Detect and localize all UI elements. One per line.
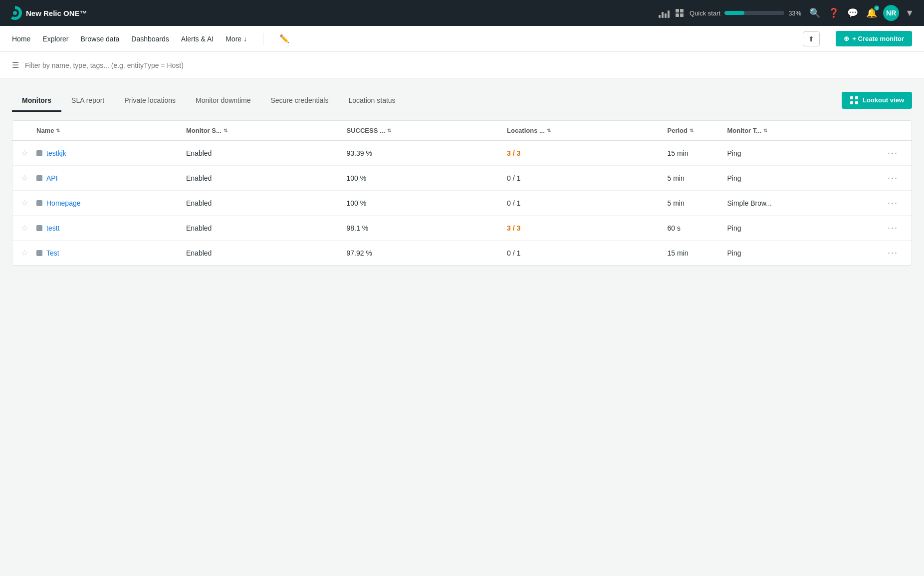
monitor-status-test: Enabled [186, 249, 347, 257]
success-api: 100 % [347, 174, 507, 182]
monitors-table: Name ⇅ Monitor S... ⇅ SUCCESS ... ⇅ Loca… [12, 120, 912, 266]
tabs-row: Monitors SLA report Private locations Mo… [12, 90, 912, 112]
favorite-star-testkjk[interactable]: ☆ [12, 148, 36, 158]
type-homepage: Simple Brow... [727, 199, 888, 207]
filter-bar: ☰ [0, 52, 924, 78]
sort-success-icon: ⇅ [387, 128, 391, 133]
status-dot-homepage [36, 200, 42, 206]
tabs: Monitors SLA report Private locations Mo… [12, 90, 842, 112]
col-period[interactable]: Period ⇅ [668, 127, 727, 134]
sort-locations-icon: ⇅ [547, 128, 551, 133]
table-row: ☆ Homepage Enabled 100 % 0 / 1 5 min Sim… [12, 191, 912, 216]
tab-location-status[interactable]: Location status [338, 90, 405, 112]
nav-dashboards[interactable]: Dashboards [131, 33, 169, 45]
tab-secure-credentials[interactable]: Secure credentials [260, 90, 338, 112]
share-button[interactable]: ⬆ [803, 31, 820, 46]
top-bar: New Relic ONE™ Quick start 33% 🔍 ❓ 💬 🔔 3… [0, 0, 924, 26]
nav-more[interactable]: More ↓ [226, 33, 247, 45]
svg-rect-0 [850, 96, 853, 99]
col-name[interactable]: Name ⇅ [36, 127, 186, 134]
type-api: Ping [727, 174, 888, 182]
more-menu-homepage[interactable]: ··· [888, 198, 912, 208]
col-monitor-status[interactable]: Monitor S... ⇅ [186, 127, 347, 134]
svg-rect-1 [855, 96, 858, 99]
create-monitor-button[interactable]: ⊕ + Create monitor [836, 31, 912, 46]
grid-view-icon[interactable] [676, 9, 684, 17]
tab-private-locations[interactable]: Private locations [114, 90, 186, 112]
sort-period-icon: ⇅ [690, 128, 693, 133]
col-locations[interactable]: Locations ... ⇅ [507, 127, 668, 134]
plus-icon: ⊕ [844, 35, 849, 42]
chevron-down-icon: ↓ [243, 35, 247, 43]
nav-browse-data[interactable]: Browse data [81, 33, 120, 45]
expand-icon[interactable]: ▼ [903, 6, 916, 20]
status-dot-testkjk [36, 150, 42, 156]
more-menu-api[interactable]: ··· [888, 173, 912, 183]
logo-icon [8, 6, 22, 20]
locations-test: 0 / 1 [507, 249, 668, 257]
monitor-name-testt[interactable]: testt [36, 224, 186, 232]
table-row: ☆ Test Enabled 97.92 % 0 / 1 15 min Ping… [12, 241, 912, 265]
filter-input[interactable] [25, 61, 912, 69]
success-testt: 98.1 % [347, 224, 507, 232]
logo[interactable]: New Relic ONE™ [8, 6, 87, 20]
status-dot-testt [36, 225, 42, 231]
notification-badge: 3 [874, 5, 879, 10]
period-test: 15 min [668, 249, 727, 257]
monitor-status-homepage: Enabled [186, 199, 347, 207]
sort-name-icon: ⇅ [56, 128, 60, 133]
period-testt: 60 s [668, 224, 727, 232]
type-test: Ping [727, 249, 888, 257]
lookout-view-button[interactable]: Lookout view [842, 92, 912, 109]
monitor-name-testkjk[interactable]: testkjk [36, 149, 186, 157]
nav-home[interactable]: Home [12, 33, 30, 45]
monitor-status-api: Enabled [186, 174, 347, 182]
search-icon[interactable]: 🔍 [807, 5, 822, 20]
favorite-star-test[interactable]: ☆ [12, 248, 36, 258]
quick-start: Quick start 33% [690, 9, 801, 17]
nav-divider [263, 33, 263, 45]
sort-status-icon: ⇅ [224, 128, 228, 133]
col-monitor-type[interactable]: Monitor T... ⇅ [727, 127, 888, 134]
favorite-star-api[interactable]: ☆ [12, 173, 36, 183]
success-testkjk: 93.39 % [347, 149, 507, 157]
locations-api: 0 / 1 [507, 174, 668, 182]
monitor-name-homepage[interactable]: Homepage [36, 199, 186, 207]
tab-monitors[interactable]: Monitors [12, 90, 61, 112]
help-icon[interactable]: ❓ [826, 5, 841, 20]
edit-icon[interactable]: ✏️ [279, 34, 289, 43]
tab-sla-report[interactable]: SLA report [61, 90, 114, 112]
monitor-name-test[interactable]: Test [36, 249, 186, 257]
progress-fill [724, 11, 744, 15]
top-bar-icons: 🔍 ❓ 💬 🔔 3 NR ▼ [807, 5, 916, 21]
type-testt: Ping [727, 224, 888, 232]
table-header: Name ⇅ Monitor S... ⇅ SUCCESS ... ⇅ Loca… [12, 121, 912, 141]
locations-homepage: 0 / 1 [507, 199, 668, 207]
status-dot-test [36, 250, 42, 256]
tab-monitor-downtime[interactable]: Monitor downtime [186, 90, 261, 112]
sort-type-icon: ⇅ [763, 128, 767, 133]
brand-name: New Relic ONE™ [26, 9, 87, 17]
progress-bar [724, 11, 784, 15]
lookout-icon [850, 96, 859, 105]
monitor-name-api[interactable]: API [36, 174, 186, 182]
monitor-status-testkjk: Enabled [186, 149, 347, 157]
locations-testt: 3 / 3 [507, 224, 668, 232]
col-success[interactable]: SUCCESS ... ⇅ [347, 127, 507, 134]
bar-chart-icon[interactable] [659, 8, 670, 18]
period-testkjk: 15 min [668, 149, 727, 157]
favorite-star-homepage[interactable]: ☆ [12, 198, 36, 208]
success-homepage: 100 % [347, 199, 507, 207]
more-menu-testt[interactable]: ··· [888, 223, 912, 233]
feedback-icon[interactable]: 💬 [845, 5, 860, 20]
main-content: Monitors SLA report Private locations Mo… [0, 78, 924, 278]
favorite-star-testt[interactable]: ☆ [12, 223, 36, 233]
nav-alerts-ai[interactable]: Alerts & AI [181, 33, 214, 45]
type-testkjk: Ping [727, 149, 888, 157]
nav-explorer[interactable]: Explorer [42, 33, 68, 45]
more-menu-test[interactable]: ··· [888, 248, 912, 258]
notification-icon[interactable]: 🔔 3 [864, 5, 879, 20]
more-menu-testkjk[interactable]: ··· [888, 148, 912, 158]
monitor-status-testt: Enabled [186, 224, 347, 232]
user-avatar[interactable]: NR [883, 5, 899, 21]
